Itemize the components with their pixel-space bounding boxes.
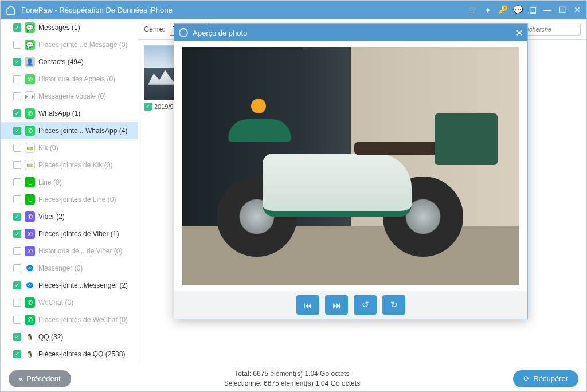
- checkbox[interactable]: [13, 264, 21, 272]
- key-icon[interactable]: 🔑: [498, 5, 507, 14]
- sidebar-item-line-attach[interactable]: LPièces-jointes de Line (0): [1, 191, 138, 208]
- menu-icon[interactable]: ▤: [528, 5, 537, 14]
- sidebar-item-label: Pièces-jointes de Line (0): [38, 195, 116, 203]
- sidebar-item-call-history[interactable]: ✆Historique des Appels (0): [1, 70, 138, 88]
- checkbox[interactable]: [13, 247, 21, 255]
- footer-stats: Total: 6675 élément(s) 1.04 Go octets Sé…: [71, 369, 514, 389]
- minimize-icon[interactable]: —: [543, 5, 552, 14]
- sidebar: 💬Messages (1)💬Pièces-jointe...e Message …: [1, 19, 138, 364]
- sidebar-item-label: Messagerie vocale (0): [38, 92, 106, 100]
- refresh-icon: ⟳: [523, 374, 530, 383]
- previous-button[interactable]: « Précédent: [9, 370, 71, 387]
- checkbox[interactable]: [13, 213, 21, 221]
- checkbox[interactable]: [13, 161, 21, 169]
- checkbox[interactable]: [13, 299, 21, 307]
- voicemail-icon: ⏵⏵: [25, 91, 35, 101]
- sidebar-item-label: Contacts (494): [38, 58, 84, 66]
- sidebar-item-qq[interactable]: 🐧QQ (32): [1, 328, 138, 346]
- checkbox[interactable]: [13, 109, 21, 117]
- sidebar-item-kik-attach[interactable]: kikPièces-jointes de Kik (0): [1, 156, 138, 174]
- qq-attach-icon: 🐧: [25, 349, 35, 359]
- messages-icon: 💬: [25, 22, 35, 33]
- sidebar-item-label: Pièces-jointes de WeChat (0): [38, 316, 128, 324]
- recover-button[interactable]: ⟳ Récupérer: [513, 370, 578, 387]
- sidebar-item-messenger[interactable]: Messenger (0): [1, 260, 138, 277]
- sidebar-item-msg-attach[interactable]: 💬Pièces-jointe...e Message (0): [1, 36, 138, 53]
- sidebar-item-label: WhatsApp (1): [38, 109, 80, 117]
- checkbox[interactable]: [13, 92, 21, 100]
- checkbox[interactable]: [13, 230, 21, 238]
- search-input[interactable]: [521, 26, 577, 33]
- line-attach-icon: L: [25, 194, 35, 205]
- line-icon: L: [25, 177, 35, 187]
- kik-attach-icon: kik: [25, 160, 35, 170]
- modal-close-icon[interactable]: ✕: [515, 28, 523, 38]
- whatsapp-attach-icon: ✆: [25, 126, 35, 136]
- sidebar-item-label: Messages (1): [38, 23, 80, 32]
- content-area: Genre: Tout 4 élément(s) 🔍 2019/9...: [138, 19, 586, 364]
- sidebar-item-voicemail[interactable]: ⏵⏵Messagerie vocale (0): [1, 88, 138, 105]
- checkbox[interactable]: [13, 333, 21, 341]
- qq-icon: 🐧: [25, 332, 35, 342]
- sidebar-item-qq-attach[interactable]: 🐧Pièces-jointes de QQ (2538): [1, 346, 138, 363]
- checkbox[interactable]: [13, 127, 21, 135]
- messenger-attach-icon: [25, 280, 35, 291]
- modal-titlebar: Aperçu de photo ✕: [174, 24, 527, 41]
- sidebar-item-kik[interactable]: kikKik (0): [1, 139, 138, 156]
- sidebar-item-whatsapp-attach[interactable]: ✆Pièces-jointe... WhatsApp (4): [1, 122, 138, 139]
- sidebar-item-label: Pièces-jointe...Messenger (2): [38, 281, 128, 289]
- rotate-left-button[interactable]: ↺: [354, 295, 377, 315]
- sidebar-item-messenger-attach[interactable]: Pièces-jointe...Messenger (2): [1, 277, 138, 294]
- sidebar-item-label: Line (0): [38, 178, 62, 186]
- maximize-icon[interactable]: ☐: [558, 5, 567, 14]
- checkbox[interactable]: [13, 316, 21, 324]
- thumbnail-checkbox[interactable]: [144, 103, 152, 111]
- sidebar-item-label: Pièces-jointe...e Message (0): [38, 41, 127, 49]
- app-title: FonePaw - Récupération De Données iPhone: [21, 6, 468, 14]
- sidebar-item-contacts[interactable]: 👤Contacts (494): [1, 53, 138, 70]
- checkbox[interactable]: [13, 58, 21, 66]
- checkbox[interactable]: [13, 178, 21, 186]
- sidebar-item-messages[interactable]: 💬Messages (1): [1, 19, 138, 36]
- prev-photo-button[interactable]: ⏮: [296, 295, 319, 315]
- sidebar-item-viber[interactable]: ✆Viber (2): [1, 208, 138, 225]
- chevron-left-icon: «: [19, 374, 23, 383]
- sidebar-item-whatsapp[interactable]: ✆WhatsApp (1): [1, 105, 138, 122]
- contacts-icon: 👤: [25, 57, 35, 67]
- checkbox[interactable]: [13, 350, 21, 358]
- checkbox[interactable]: [13, 75, 21, 83]
- viber-attach-icon: ✆: [25, 229, 35, 239]
- checkbox[interactable]: [13, 195, 21, 203]
- viber-history-icon: ✆: [25, 246, 35, 256]
- messenger-icon: [25, 263, 35, 273]
- sidebar-item-label: Historique des Appels (0): [38, 75, 115, 83]
- sidebar-item-line[interactable]: LLine (0): [1, 174, 138, 191]
- kik-icon: kik: [25, 143, 35, 153]
- next-photo-button[interactable]: ⏭: [325, 295, 348, 315]
- checkbox[interactable]: [13, 281, 21, 289]
- checkbox[interactable]: [13, 23, 21, 32]
- sidebar-item-wechat-attach[interactable]: ✆Pièces-jointes de WeChat (0): [1, 311, 138, 328]
- sidebar-item-wechat[interactable]: ✆WeChat (0): [1, 294, 138, 311]
- titlebar: FonePaw - Récupération De Données iPhone…: [1, 1, 586, 19]
- sidebar-item-viber-attach[interactable]: ✆Pièces-jointes de Viber (1): [1, 225, 138, 242]
- sidebar-item-label: Pièces-jointe... WhatsApp (4): [38, 127, 127, 135]
- sidebar-item-label: Viber (2): [38, 213, 65, 221]
- modal-title: Aperçu de photo: [193, 29, 247, 37]
- chat-icon[interactable]: 💬: [513, 5, 522, 14]
- checkbox[interactable]: [13, 144, 21, 152]
- sidebar-item-label: Messenger (0): [38, 264, 83, 272]
- preview-photo: [182, 47, 519, 285]
- diamond-icon[interactable]: ♦: [483, 5, 492, 14]
- selected-line: Sélectionné: 6675 élément(s) 1.04 Go oct…: [71, 379, 514, 389]
- rotate-right-button[interactable]: ↻: [382, 295, 405, 315]
- sidebar-item-label: Kik (0): [38, 144, 58, 152]
- checkbox[interactable]: [13, 41, 21, 49]
- sidebar-item-viber-history[interactable]: ✆Historique de... de Viber (0): [1, 242, 138, 260]
- close-window-icon[interactable]: ✕: [573, 5, 582, 14]
- photo-preview-modal: Aperçu de photo ✕ ⏮ ⏭ ↺ ↻: [174, 23, 528, 319]
- home-icon[interactable]: [5, 4, 17, 15]
- total-line: Total: 6675 élément(s) 1.04 Go octets: [71, 369, 514, 379]
- cart-icon[interactable]: 🛒: [468, 5, 478, 14]
- spinner-icon: [179, 28, 188, 37]
